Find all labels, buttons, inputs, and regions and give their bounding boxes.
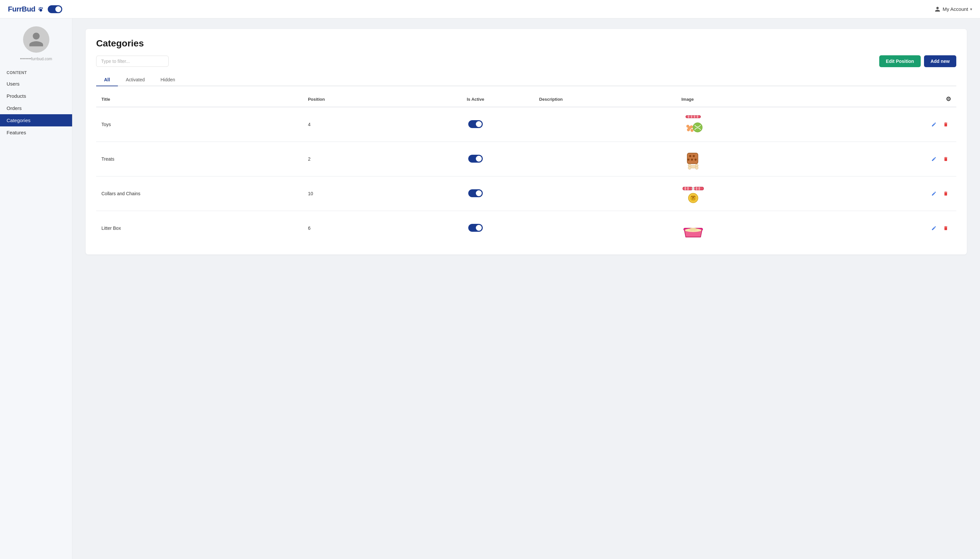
col-image: Image (676, 91, 819, 107)
table-row: Collars and Chains 10 (96, 177, 956, 211)
my-account-label: My Account (942, 6, 968, 12)
svg-point-10 (687, 125, 690, 128)
active-toggle-collars[interactable] (468, 189, 483, 197)
active-toggle-toys[interactable] (468, 120, 483, 128)
sidebar-item-features[interactable]: Features (0, 126, 72, 139)
sidebar-item-categories[interactable]: Categories (0, 114, 72, 126)
filter-input[interactable] (96, 56, 169, 67)
cell-image (676, 211, 819, 246)
settings-gear-icon: ⚙ (946, 96, 951, 103)
cell-position: 2 (303, 142, 417, 177)
avatar-icon (28, 31, 45, 48)
cell-title: Toys (96, 107, 303, 142)
page-title: Categories (96, 38, 956, 49)
table-header-row: Title Position Is Active Description Ima… (96, 91, 956, 107)
cell-image (676, 142, 819, 177)
svg-rect-27 (685, 187, 686, 190)
col-position: Position (303, 91, 417, 107)
col-title: Title (96, 91, 303, 107)
content-card: Categories Edit Position Add new All Act… (86, 29, 967, 255)
categories-table: Title Position Is Active Description Ima… (96, 91, 956, 245)
svg-point-14 (693, 123, 702, 132)
cell-actions (819, 211, 956, 246)
svg-rect-30 (696, 187, 697, 190)
table-row: Toys 4 (96, 107, 956, 142)
active-toggle-treats[interactable] (468, 155, 483, 163)
cell-is-active (417, 211, 534, 246)
cell-description (534, 107, 676, 142)
cell-title: Treats (96, 142, 303, 177)
dark-mode-toggle[interactable] (48, 5, 62, 13)
svg-point-18 (691, 159, 693, 160)
edit-collars-button[interactable] (929, 190, 939, 197)
edit-treats-button[interactable] (929, 155, 939, 163)
svg-rect-7 (694, 116, 695, 118)
topnav: FurrBud My Account ▾ (0, 0, 980, 18)
sidebar: ••••••••furrbud.com Content Users Produc… (0, 18, 73, 559)
tab-all[interactable]: All (96, 74, 118, 86)
svg-point-23 (688, 167, 691, 170)
main-content: Categories Edit Position Add new All Act… (73, 18, 980, 559)
delete-litter-button[interactable] (940, 224, 951, 232)
svg-point-1 (40, 7, 41, 8)
sidebar-section-content: Content (0, 71, 72, 75)
cell-actions (819, 142, 956, 177)
category-image-toys (681, 112, 705, 136)
layout: ••••••••furrbud.com Content Users Produc… (0, 18, 980, 559)
tab-hidden[interactable]: Hidden (152, 74, 183, 86)
svg-point-20 (695, 159, 697, 160)
cell-image (676, 107, 819, 142)
account-icon (935, 6, 940, 12)
sidebar-item-products[interactable]: Products (0, 90, 72, 102)
svg-point-36 (691, 196, 692, 197)
cell-position: 6 (303, 211, 417, 246)
logo-area: FurrBud (8, 5, 62, 13)
cell-description (534, 211, 676, 246)
svg-point-13 (690, 129, 694, 132)
delete-treats-button[interactable] (940, 155, 951, 163)
cell-title: Collars and Chains (96, 177, 303, 211)
sidebar-item-users[interactable]: Users (0, 78, 72, 90)
top-controls: Edit Position Add new (96, 55, 956, 67)
svg-point-25 (695, 167, 699, 170)
svg-point-0 (39, 7, 40, 8)
cell-is-active (417, 177, 534, 211)
svg-point-3 (38, 9, 39, 10)
tab-activated[interactable]: Activated (118, 74, 153, 86)
tabs: All Activated Hidden (96, 74, 956, 86)
sidebar-item-orders[interactable]: Orders (0, 102, 72, 114)
active-toggle-litter[interactable] (468, 224, 483, 232)
col-is-active: Is Active (417, 91, 534, 107)
cell-position: 10 (303, 177, 417, 211)
delete-toys-button[interactable] (940, 121, 951, 128)
cell-is-active (417, 142, 534, 177)
cell-is-active (417, 107, 534, 142)
cell-description (534, 142, 676, 177)
my-account-menu[interactable]: My Account ▾ (935, 6, 972, 12)
delete-collars-button[interactable] (940, 190, 951, 197)
cell-actions (819, 107, 956, 142)
table-row: Treats 2 (96, 142, 956, 177)
svg-rect-28 (687, 187, 689, 190)
edit-position-button[interactable]: Edit Position (879, 55, 921, 67)
col-settings: ⚙ (819, 91, 956, 107)
svg-point-12 (690, 126, 693, 128)
edit-litter-button[interactable] (929, 224, 939, 232)
svg-point-35 (692, 196, 694, 198)
svg-rect-31 (699, 187, 700, 190)
avatar (23, 26, 50, 53)
btn-group: Edit Position Add new (879, 55, 956, 67)
svg-point-37 (694, 196, 695, 197)
svg-rect-5 (688, 116, 690, 118)
cell-actions (819, 177, 956, 211)
add-new-button[interactable]: Add new (924, 55, 956, 67)
user-email: ••••••••furrbud.com (20, 56, 52, 61)
category-image-collars (681, 182, 705, 205)
cell-title: Litter Box (96, 211, 303, 246)
edit-toys-button[interactable] (929, 121, 939, 128)
table-row: Litter Box 6 (96, 211, 956, 246)
svg-point-39 (694, 198, 695, 200)
chevron-down-icon: ▾ (970, 7, 972, 12)
category-image-litter (681, 216, 705, 240)
svg-point-2 (42, 7, 43, 8)
